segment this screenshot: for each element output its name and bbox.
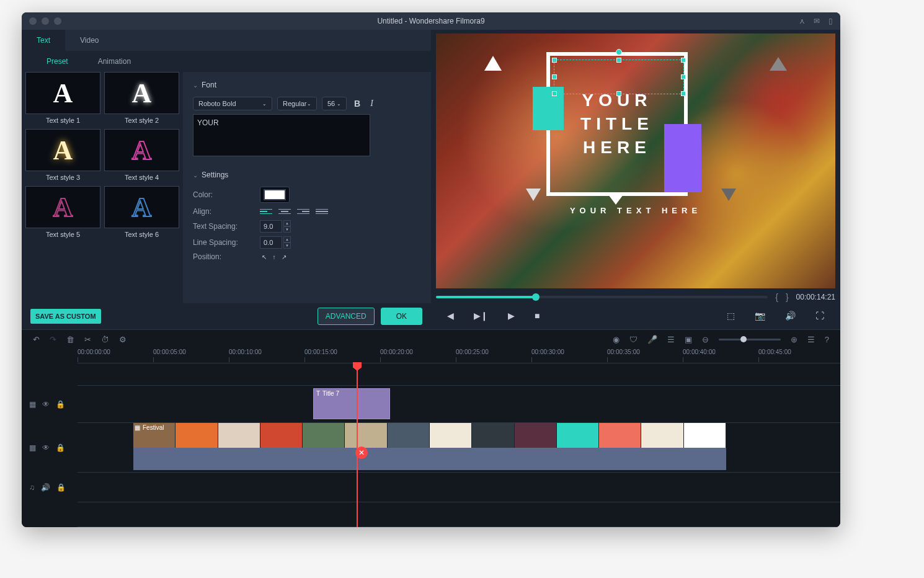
voiceover-icon[interactable]: 🎤 <box>647 335 657 344</box>
rotate-handle[interactable] <box>616 49 622 55</box>
playhead[interactable] <box>357 363 358 527</box>
title-track[interactable]: ▦ 👁 🔒 T Title 7 <box>78 386 840 423</box>
title-text-input[interactable]: YOUR <box>193 114 370 156</box>
speaker-icon[interactable]: 🔊 <box>41 483 50 492</box>
position-grid[interactable]: ↖↑↗ <box>260 254 288 260</box>
subtab-animation[interactable]: Animation <box>98 57 131 66</box>
text-spacing-spinner[interactable]: ▲▼ <box>260 220 291 233</box>
render-icon[interactable]: ◉ <box>613 335 620 344</box>
maximize-window-button[interactable] <box>54 17 61 25</box>
resize-handle[interactable] <box>681 74 686 79</box>
play-button[interactable]: ▶ <box>505 309 517 322</box>
minimize-window-button[interactable] <box>42 17 49 25</box>
text-style-6[interactable]: A Text style 6 <box>104 186 179 239</box>
cut-marker[interactable]: ✕ <box>355 447 368 459</box>
advanced-button[interactable]: ADVANCED <box>318 308 375 325</box>
delete-button[interactable]: 🗑 <box>66 335 74 344</box>
bold-button[interactable]: B <box>352 97 363 110</box>
ruler-tick: 00:00:25:00 <box>456 349 489 355</box>
ruler-tick: 00:00:15:00 <box>304 349 337 355</box>
camera-icon[interactable]: 📷 <box>752 309 768 322</box>
tracks: ▦ 👁 🔒 T Title 7 ▦ 👁 🔒 <box>78 363 840 527</box>
resize-handle[interactable] <box>616 91 621 96</box>
video-preview[interactable]: YOUR TITLE HERE YOUR TEXT HERE <box>436 33 835 288</box>
crop-icon[interactable]: ▣ <box>685 335 692 344</box>
filmstrip-icon: ▦ <box>29 400 36 409</box>
fullscreen-icon[interactable]: ⛶ <box>813 309 827 322</box>
font-family-select[interactable]: Roboto Bold⌄ <box>193 97 272 110</box>
tab-video[interactable]: Video <box>65 30 113 51</box>
mixer-icon[interactable]: ☰ <box>667 335 675 344</box>
resize-handle[interactable] <box>552 74 557 79</box>
resize-handle[interactable] <box>616 58 621 63</box>
eye-icon[interactable]: 👁 <box>42 443 50 452</box>
video-clip[interactable] <box>133 423 726 448</box>
eye-icon[interactable]: 👁 <box>42 400 50 409</box>
italic-button[interactable]: I <box>368 97 376 110</box>
align-justify-button[interactable] <box>316 207 328 216</box>
lock-icon[interactable]: 🔒 <box>56 483 66 492</box>
close-window-button[interactable] <box>29 17 37 25</box>
screenshot-icon[interactable]: ⬚ <box>724 309 737 322</box>
color-picker[interactable] <box>264 189 286 200</box>
zoom-slider[interactable] <box>719 339 781 340</box>
split-button[interactable]: ✂ <box>84 335 91 344</box>
video-track[interactable]: ▦ 👁 🔒 ▦ Festival ✕ <box>78 423 840 473</box>
volume-icon[interactable]: 🔊 <box>783 309 798 322</box>
prev-frame-button[interactable]: ◀ <box>445 309 456 322</box>
timecode-display: 00:00:14:21 <box>796 293 835 301</box>
ok-button[interactable]: OK <box>381 308 422 325</box>
resize-handle[interactable] <box>681 58 686 63</box>
resize-handle[interactable] <box>681 91 686 96</box>
audio-waveform[interactable] <box>133 448 726 470</box>
chevron-down-icon: ⌄ <box>193 172 198 179</box>
title-clip[interactable]: T Title 7 <box>313 388 390 419</box>
text-style-4[interactable]: A Text style 4 <box>104 129 179 182</box>
mail-icon[interactable]: ✉ <box>814 17 820 25</box>
music-icon: ♫ <box>29 483 35 492</box>
align-left-button[interactable] <box>260 207 272 216</box>
speed-button[interactable]: ⏱ <box>101 335 109 344</box>
zoom-out-button[interactable]: ⊖ <box>702 335 709 344</box>
filmstrip-icon: ▦ <box>29 443 36 452</box>
track-manager-icon[interactable]: ☰ <box>807 335 815 344</box>
timeline-ruler[interactable]: 00:00:00:0000:00:05:0000:00:10:0000:00:1… <box>78 349 840 363</box>
left-panel: Text Video Preset Animation A Text style… <box>22 30 431 329</box>
lock-icon[interactable]: 🔒 <box>56 443 65 452</box>
undo-button[interactable]: ↶ <box>33 335 40 344</box>
align-center-button[interactable] <box>278 207 291 216</box>
font-size-select[interactable]: 56⌄ <box>322 97 347 110</box>
subtab-preset[interactable]: Preset <box>47 57 68 66</box>
zoom-in-button[interactable]: ⊕ <box>791 335 797 344</box>
align-right-button[interactable] <box>297 207 309 216</box>
font-section-header[interactable]: ⌄ Font <box>193 77 421 93</box>
scrub-thumb[interactable] <box>532 293 540 301</box>
lock-icon[interactable]: 🔒 <box>56 400 65 409</box>
text-style-1[interactable]: A Text style 1 <box>25 72 100 125</box>
font-weight-select[interactable]: Regular⌄ <box>277 97 317 110</box>
adjust-button[interactable]: ⚙ <box>119 335 127 344</box>
redo-button[interactable]: ↷ <box>50 335 56 344</box>
scrub-track[interactable] <box>436 296 768 298</box>
text-style-5[interactable]: A Text style 5 <box>25 186 100 239</box>
resize-handle[interactable] <box>552 58 557 63</box>
menu-icon[interactable]: ▯ <box>828 17 833 25</box>
tab-text[interactable]: Text <box>22 30 65 51</box>
text-style-3[interactable]: A Text style 3 <box>25 129 100 182</box>
line-spacing-spinner[interactable]: ▲▼ <box>260 236 291 249</box>
help-icon[interactable]: ? <box>825 335 829 344</box>
stop-button[interactable]: ■ <box>532 309 542 322</box>
play-pause-button[interactable]: ▶❙ <box>471 309 491 322</box>
marker-icon[interactable]: 🛡 <box>629 335 637 344</box>
text-selection-box[interactable] <box>554 60 684 94</box>
scrub-bar: { } 00:00:14:21 <box>436 288 835 306</box>
title-clip-icon: T <box>316 390 320 397</box>
mark-out-icon[interactable]: } <box>786 292 789 302</box>
text-style-2[interactable]: A Text style 2 <box>104 72 179 125</box>
audio-track[interactable]: ♫ 🔊 🔒 <box>78 473 840 502</box>
user-icon[interactable]: ⋏ <box>799 17 805 25</box>
settings-section-header[interactable]: ⌄ Settings <box>193 167 421 183</box>
save-as-custom-button[interactable]: SAVE AS CUSTOM <box>30 309 101 324</box>
mark-in-icon[interactable]: { <box>775 292 778 302</box>
resize-handle[interactable] <box>552 91 557 96</box>
